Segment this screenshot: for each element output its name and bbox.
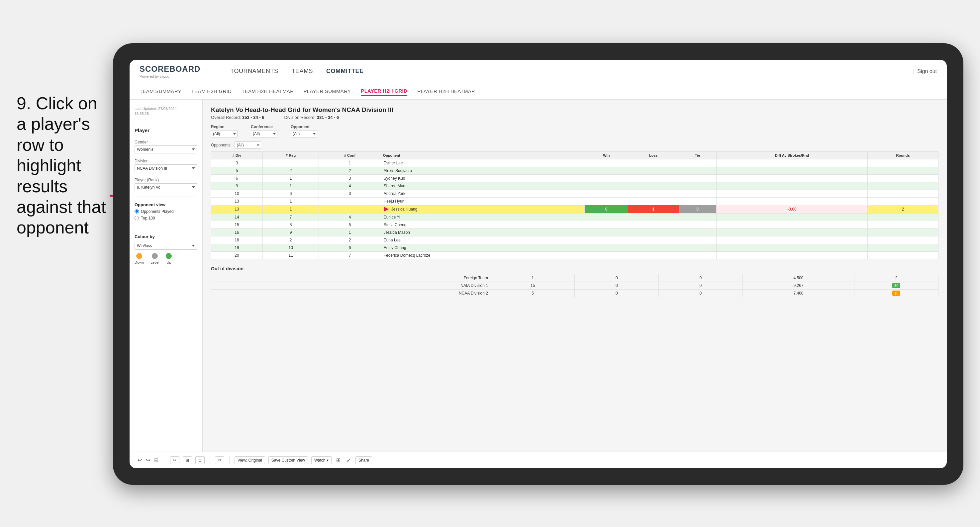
logo: SCOREBOARD Powered by clippd bbox=[140, 64, 200, 78]
cell-opponent-jessica-huang: Jessica Huang bbox=[381, 205, 585, 213]
sub-nav-team-h2h-heatmap[interactable]: TEAM H2H HEATMAP bbox=[242, 87, 293, 96]
opponents-filter-select[interactable]: (All) bbox=[234, 141, 261, 149]
sub-nav-player-h2h-heatmap[interactable]: PLAYER H2H HEATMAP bbox=[417, 87, 475, 96]
sign-out-button[interactable]: Sign out bbox=[917, 68, 937, 75]
division-label: Division bbox=[135, 159, 197, 163]
ood-row-foreign[interactable]: Foreign Team 1 0 0 4.500 2 bbox=[211, 274, 939, 282]
expand-button[interactable]: ⤢ bbox=[345, 456, 352, 465]
main-nav: TOURNAMENTS TEAMS COMMITTEE bbox=[230, 66, 363, 76]
cell-loss bbox=[628, 159, 679, 167]
filter-row: Region (All) Conference (All) Opponent bbox=[211, 125, 939, 138]
refresh-button[interactable]: ↻ bbox=[215, 456, 224, 464]
cell-conf: 4 bbox=[319, 182, 381, 190]
player-rank-select[interactable]: 8. Katelyn Vo bbox=[135, 183, 197, 191]
filter-opponent-select[interactable]: (All) bbox=[291, 130, 317, 138]
table-row-selected[interactable]: 13 1 Jessica Huang 0 1 0 -3.00 bbox=[211, 205, 939, 214]
ood-rounds-foreign: 2 bbox=[854, 274, 939, 282]
cell-diff bbox=[716, 167, 867, 175]
nav-committee[interactable]: COMMITTEE bbox=[326, 66, 364, 76]
nav-teams[interactable]: TEAMS bbox=[292, 66, 313, 76]
ood-wins-ncaa2: 5 bbox=[491, 290, 575, 297]
ood-badge-naia1: 30 bbox=[892, 283, 900, 288]
cell-div: 6 bbox=[211, 175, 263, 182]
ood-row-ncaa2[interactable]: NCAA Division 2 5 0 0 7.400 10 bbox=[211, 290, 939, 297]
cell-div: 10 bbox=[211, 190, 263, 198]
table-row[interactable]: 6 1 3 Sydney Kuo bbox=[211, 175, 939, 182]
top-nav: SCOREBOARD Powered by clippd TOURNAMENTS… bbox=[130, 60, 947, 83]
radio-opponents-label: Opponents Played bbox=[141, 209, 174, 214]
toolbar-sep-1 bbox=[165, 456, 165, 464]
cell-div: 13 bbox=[211, 205, 263, 214]
cell-conf: 5 bbox=[319, 221, 381, 229]
paste-button[interactable]: ⊡ bbox=[195, 456, 205, 464]
cell-opponent: Emily Chang bbox=[381, 244, 585, 252]
ood-losses-naia1: 0 bbox=[575, 282, 659, 290]
cell-tie bbox=[679, 214, 716, 221]
cell-opponent: Sharon Mun bbox=[381, 182, 585, 190]
grid-button[interactable]: ⊞ bbox=[335, 456, 342, 465]
ood-team-foreign: Foreign Team bbox=[211, 274, 491, 282]
cell-loss bbox=[628, 190, 679, 198]
table-row[interactable]: 14 7 4 Eunice Yi bbox=[211, 214, 939, 221]
last-updated: Last Updated: 27/03/2024 16:55:28 bbox=[135, 106, 197, 117]
scissors-button[interactable]: ✂ bbox=[170, 456, 180, 464]
filter-opponent-group: Opponent (All) bbox=[291, 125, 317, 138]
share-button[interactable]: Share bbox=[355, 456, 372, 464]
table-row[interactable]: 13 1 Heeju Hyun bbox=[211, 198, 939, 205]
filter-region-select[interactable]: (All) bbox=[211, 130, 237, 138]
table-row[interactable]: 9 1 4 Sharon Mun bbox=[211, 182, 939, 190]
cell-win bbox=[585, 214, 628, 221]
cell-diff bbox=[716, 159, 867, 167]
history-button[interactable]: ⊟ bbox=[153, 456, 160, 465]
table-row[interactable]: 5 2 2 Alexis Sudjianto bbox=[211, 167, 939, 175]
cell-rounds: 2 bbox=[868, 205, 939, 214]
radio-opponents-played-input[interactable] bbox=[135, 209, 139, 214]
cell-diff bbox=[716, 244, 867, 252]
ood-wins-foreign: 1 bbox=[491, 274, 575, 282]
cell-reg: 2 bbox=[262, 237, 318, 244]
colour-indicators: Down Level Up bbox=[135, 253, 197, 264]
colour-section: Colour by Win/loss Down Level bbox=[135, 234, 197, 264]
nav-tournaments[interactable]: TOURNAMENTS bbox=[230, 66, 278, 76]
cell-loss bbox=[628, 221, 679, 229]
cell-rounds bbox=[868, 190, 939, 198]
table-row[interactable]: 19 10 6 Emily Chang bbox=[211, 244, 939, 252]
watch-button[interactable]: Watch ▾ bbox=[311, 456, 331, 464]
cell-win bbox=[585, 221, 628, 229]
sub-nav-player-summary[interactable]: PLAYER SUMMARY bbox=[303, 87, 351, 96]
division-record: Division Record: 331 - 34 - 6 bbox=[284, 115, 339, 120]
gender-select[interactable]: Women's bbox=[135, 146, 197, 153]
cell-win bbox=[585, 229, 628, 237]
tablet-screen: SCOREBOARD Powered by clippd TOURNAMENTS… bbox=[130, 60, 947, 468]
division-select[interactable]: NCAA Division III bbox=[135, 164, 197, 172]
table-row[interactable]: 10 6 3 Andrea York bbox=[211, 190, 939, 198]
sub-nav-player-h2h-grid[interactable]: PLAYER H2H GRID bbox=[361, 86, 407, 96]
table-row[interactable]: 18 2 2 Euna Lee bbox=[211, 237, 939, 244]
filter-conference-group: Conference (All) bbox=[251, 125, 277, 138]
sub-nav-team-summary[interactable]: TEAM SUMMARY bbox=[140, 87, 181, 96]
toolbar-sep-2 bbox=[210, 456, 210, 464]
cell-reg: 9 bbox=[262, 229, 318, 237]
table-row[interactable]: 15 8 5 Stella Cheng bbox=[211, 221, 939, 229]
radio-opponents-played[interactable]: Opponents Played bbox=[135, 209, 197, 214]
filter-conference-select[interactable]: (All) bbox=[251, 130, 277, 138]
table-row[interactable]: 3 1 Esther Lee bbox=[211, 159, 939, 167]
cell-rounds bbox=[868, 244, 939, 252]
sub-nav-team-h2h-grid[interactable]: TEAM H2H GRID bbox=[191, 87, 232, 96]
cell-opponent: Sydney Kuo bbox=[381, 175, 585, 182]
colour-dot-down bbox=[136, 253, 142, 259]
radio-top100-input[interactable] bbox=[135, 216, 139, 220]
last-updated-label: Last Updated: 27/03/2024 bbox=[135, 106, 197, 111]
view-original-button[interactable]: View: Original bbox=[234, 456, 265, 464]
save-custom-view-button[interactable]: Save Custom View bbox=[269, 456, 308, 464]
colour-by-select[interactable]: Win/loss bbox=[135, 242, 197, 250]
opponents-label-row: Opponents: (All) bbox=[211, 141, 939, 149]
redo-button[interactable]: ↪ bbox=[145, 456, 151, 465]
cell-opponent: Alexis Sudjianto bbox=[381, 167, 585, 175]
radio-top100[interactable]: Top 100 bbox=[135, 216, 197, 221]
ood-row-naia1[interactable]: NAIA Division 1 15 0 0 9.267 30 bbox=[211, 282, 939, 290]
copy-button[interactable]: ⊞ bbox=[183, 456, 192, 464]
undo-button[interactable]: ↩ bbox=[136, 456, 143, 465]
table-row[interactable]: 20 11 7 Federica Domecq Lacroze bbox=[211, 252, 939, 259]
table-row[interactable]: 16 9 1 Jessica Mason bbox=[211, 229, 939, 237]
